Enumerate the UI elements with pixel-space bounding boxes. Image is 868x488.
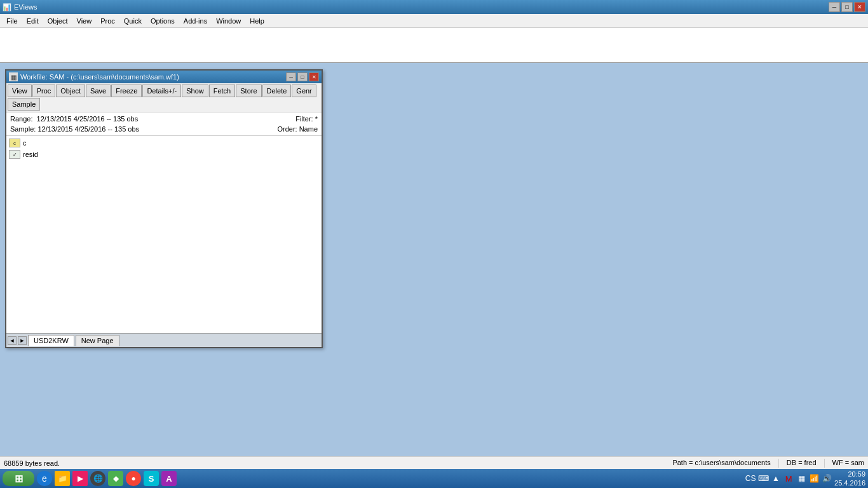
tab-usd2krw[interactable]: USD2KRW	[28, 335, 74, 346]
start-button[interactable]: ⊞	[3, 471, 34, 486]
ie-icon: e	[42, 473, 47, 484]
app-icon: 📊	[3, 3, 11, 11]
workfile-sample-value: 12/13/2015 4/25/2016 -- 135 obs	[37, 124, 277, 134]
scalar-icon: c	[9, 139, 20, 147]
workfile-view-button[interactable]: View	[8, 85, 32, 97]
menu-edit[interactable]: Edit	[23, 16, 43, 26]
status-bytes-read: 68859 bytes read.	[4, 459, 60, 467]
title-bar: 📊 EViews ─ □ ✕	[0, 0, 868, 14]
workfile-toolbar: View Proc Object Save Freeze Details+/- …	[6, 83, 322, 112]
workfile-details-button[interactable]: Details+/-	[142, 85, 181, 97]
workfile-content: c c ✓ resid	[6, 136, 322, 333]
workfile-store-button[interactable]: Store	[236, 85, 261, 97]
workfile-controls: ─ □ ✕	[286, 72, 319, 81]
app1-taskbar-icon[interactable]: ◆	[108, 471, 123, 486]
status-bar: 68859 bytes read. Path = c:\users\sam\do…	[0, 456, 868, 469]
command-input[interactable]	[3, 29, 865, 42]
status-wf: WF = sam	[832, 459, 864, 468]
ie-taskbar-icon[interactable]: e	[37, 471, 52, 486]
workfile-titlebar-left: ▦ Workfile: SAM - (c:\users\sam\document…	[9, 72, 179, 81]
tab-prev-button[interactable]: ◄	[8, 336, 17, 345]
workfile-window: ▦ Workfile: SAM - (c:\users\sam\document…	[5, 69, 323, 348]
clock-date: 25.4.2016	[834, 478, 865, 487]
chrome-taskbar-icon[interactable]: ●	[126, 471, 141, 486]
item-c-label: c	[23, 139, 27, 147]
mail-icon: M	[783, 473, 794, 484]
workfile-object-button[interactable]: Object	[56, 85, 85, 97]
workfile-close-button[interactable]: ✕	[309, 72, 319, 81]
menu-help[interactable]: Help	[246, 16, 268, 26]
workfile-fetch-button[interactable]: Fetch	[209, 85, 236, 97]
menu-proc[interactable]: Proc	[97, 16, 119, 26]
workfile-icon: ▦	[9, 72, 18, 81]
folder-icon: 📁	[58, 474, 67, 483]
workfile-titlebar: ▦ Workfile: SAM - (c:\users\sam\document…	[6, 71, 322, 83]
language-indicator: CS	[745, 473, 756, 484]
taskbar-right: CS ⌨ ▲ M ▦ 📶 🔊 20:59 25.4.2016	[745, 470, 865, 487]
skype-taskbar-icon[interactable]: S	[144, 471, 159, 486]
app2-taskbar-icon[interactable]: A	[161, 471, 177, 486]
menu-options[interactable]: Options	[147, 16, 179, 26]
workfile-proc-button[interactable]: Proc	[32, 85, 56, 97]
minimize-button[interactable]: ─	[829, 2, 840, 12]
series-icon: ✓	[9, 150, 20, 159]
workfile-filter-label: Filter: *	[295, 114, 318, 124]
explorer-taskbar-icon[interactable]: 📁	[55, 471, 70, 486]
workfile-save-button[interactable]: Save	[86, 85, 111, 97]
workfile-range-value: 12/13/2015 4/25/2016 -- 135 obs	[37, 114, 296, 124]
status-path: Path = c:\users\sam\documents	[672, 459, 770, 468]
title-bar-left: 📊 EViews	[3, 3, 37, 11]
start-icon: ⊞	[15, 473, 23, 485]
close-button[interactable]: ✕	[854, 2, 865, 12]
volume-icon: 🔊	[822, 473, 832, 484]
globe-icon: 🌐	[93, 474, 103, 483]
workfile-minimize-button[interactable]: ─	[286, 72, 296, 81]
workfile-freeze-button[interactable]: Freeze	[111, 85, 142, 97]
status-right: Path = c:\users\sam\documents DB = fred …	[672, 459, 864, 468]
menu-file[interactable]: File	[3, 16, 22, 26]
main-area: ▦ Workfile: SAM - (c:\users\sam\document…	[0, 63, 868, 469]
chevron-up-icon[interactable]: ▲	[771, 473, 781, 484]
menu-window[interactable]: Window	[212, 16, 245, 26]
workfile-title: Workfile: SAM - (c:\users\sam\documents\…	[20, 73, 179, 81]
workfile-maximize-button[interactable]: □	[297, 72, 308, 81]
workfile-info: Range: 12/13/2015 4/25/2016 -- 135 obs F…	[6, 112, 322, 136]
title-bar-controls: ─ □ ✕	[829, 2, 865, 12]
app-title: EViews	[14, 3, 37, 11]
list-item[interactable]: c c	[6, 137, 322, 149]
workfile-sample-button[interactable]: Sample	[8, 98, 40, 111]
taskbar: ⊞ e 📁 ▶ 🌐 ◆ ● S A CS ⌨ ▲ M ▦ 📶 🔊 20:59 2…	[0, 469, 868, 488]
signal-icon: 📶	[809, 473, 819, 484]
clock-time: 20:59	[834, 470, 865, 478]
menu-object[interactable]: Object	[44, 16, 72, 26]
workfile-sample-row: Sample: 12/13/2015 4/25/2016 -- 135 obs …	[10, 124, 318, 134]
browser-taskbar-icon[interactable]: 🌐	[90, 471, 105, 486]
media-taskbar-icon[interactable]: ▶	[72, 471, 88, 486]
menu-view[interactable]: View	[73, 16, 96, 26]
grid-icon: ▦	[796, 473, 806, 484]
app2-icon: A	[166, 474, 172, 484]
skype-icon: S	[149, 474, 154, 484]
chrome-icon: ●	[131, 474, 135, 483]
status-db: DB = fred	[787, 459, 817, 468]
maximize-button[interactable]: □	[841, 2, 853, 12]
workfile-range-label: Range:	[10, 114, 37, 124]
clock: 20:59 25.4.2016	[834, 470, 865, 487]
list-item[interactable]: ✓ resid	[6, 149, 322, 160]
menu-bar: File Edit Object View Proc Quick Options…	[0, 14, 868, 28]
item-resid-label: resid	[23, 151, 38, 158]
workfile-delete-button[interactable]: Delete	[262, 85, 292, 97]
command-area	[0, 28, 868, 63]
tab-next-button[interactable]: ►	[18, 336, 27, 345]
keyboard-icon: ⌨	[758, 473, 768, 484]
menu-addins[interactable]: Add-ins	[180, 16, 211, 26]
workfile-genr-button[interactable]: Genr	[292, 85, 316, 97]
workfile-tabs: ◄ ► USD2KRW New Page	[6, 333, 322, 347]
tab-new-page[interactable]: New Page	[76, 335, 119, 346]
workfile-order-label: Order: Name	[277, 124, 318, 134]
workfile-show-button[interactable]: Show	[182, 85, 208, 97]
menu-quick[interactable]: Quick	[120, 16, 146, 26]
media-icon: ▶	[78, 474, 83, 483]
workfile-range-row: Range: 12/13/2015 4/25/2016 -- 135 obs F…	[10, 114, 318, 124]
workfile-sample-label: Sample:	[10, 124, 37, 134]
